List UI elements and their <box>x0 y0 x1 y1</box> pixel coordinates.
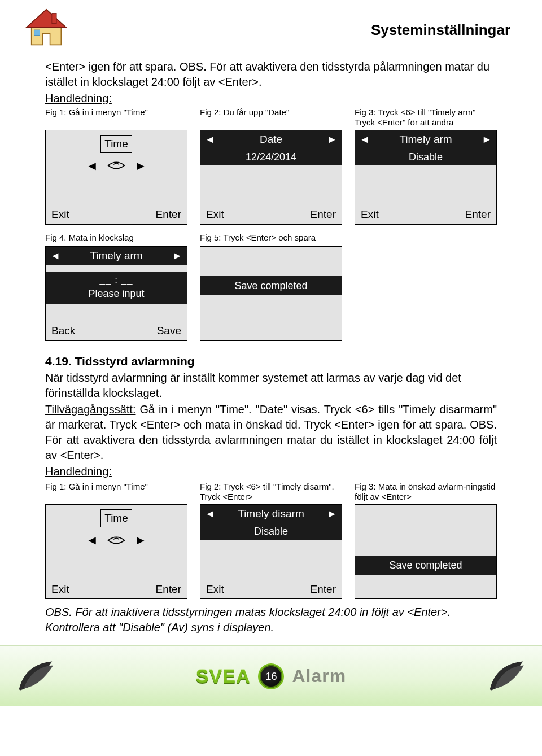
exit-button[interactable]: Exit <box>51 582 69 597</box>
enter-button[interactable]: Enter <box>465 207 491 222</box>
arrow-left-icon[interactable]: ◄ <box>205 507 215 521</box>
fig-caption: Fig 1: Gå in i menyn "Time" <box>45 482 187 502</box>
time-title-box: Time <box>100 135 132 153</box>
page-title: Systeminställningar <box>70 7 510 40</box>
arrow-right-icon[interactable]: ► <box>327 133 337 146</box>
arrow-right-icon[interactable]: ► <box>327 507 337 521</box>
arrow-right-icon[interactable]: ► <box>482 133 492 146</box>
lcd-screen-timely-disarm: ◄ Timely disarm ► Disable Exit Enter <box>200 504 342 599</box>
lcd-screen-date: ◄ Date ► 12/24/2014 Exit Enter <box>200 130 342 225</box>
lcd-screen-time: Time ◄ ► Exit Enter <box>45 504 187 599</box>
page-footer: SVEA 16 Alarm <box>0 645 542 706</box>
arrow-left-icon[interactable]: ◄ <box>360 133 370 146</box>
fig-caption: Fig 4. Mata in klockslag <box>45 233 187 244</box>
arrow-left-icon[interactable]: ◄ <box>205 133 215 146</box>
lcd-screen-time: Time ◄ ► Exit Enter <box>45 130 187 225</box>
intro-paragraph: <Enter> igen för att spara. OBS. För att… <box>45 59 497 90</box>
fig-caption: Fig 2: Tryck <6> till "Timely disarm". T… <box>200 482 342 502</box>
brand-alarm: Alarm <box>292 664 346 688</box>
section-body: När tidsstyrd avlarmning är inställt kom… <box>45 370 497 401</box>
please-input-label: Please input <box>88 288 144 299</box>
exit-button[interactable]: Exit <box>361 207 379 222</box>
enter-button[interactable]: Enter <box>311 582 336 597</box>
brand-svea: SVEA <box>196 663 251 689</box>
enter-button[interactable]: Enter <box>311 207 336 222</box>
back-button[interactable]: Back <box>51 324 75 338</box>
lcd-screen-input: ◄ Timely arm ► __ : __ Please input Back… <box>45 246 187 341</box>
nav-right-icon[interactable]: ► <box>134 532 147 549</box>
lcd-value: Disable <box>200 523 342 540</box>
eye-icon <box>107 160 125 171</box>
handledning-label: Handledning: <box>45 92 112 104</box>
page-header: Systeminställningar <box>0 0 542 51</box>
leaf-icon <box>15 658 56 694</box>
page-number-badge: 16 <box>258 663 284 689</box>
eye-icon <box>107 535 125 545</box>
tillvagagang-label: Tillvägagångssätt: <box>45 403 136 416</box>
svg-rect-3 <box>34 30 40 36</box>
fig-caption: Fig 3: Mata in önskad avlarm-ningstid fö… <box>355 482 497 502</box>
lcd-title: Timely arm <box>370 132 482 147</box>
save-completed-banner: Save completed <box>355 556 496 575</box>
save-button[interactable]: Save <box>157 324 181 338</box>
handledning-label: Handledning: <box>45 465 112 478</box>
obs-note: OBS. För att inaktivera tidsstyrningen m… <box>45 605 497 635</box>
nav-left-icon[interactable]: ◄ <box>86 158 98 174</box>
lcd-screen-saved: Save completed <box>200 246 342 341</box>
fig-caption: Fig 5: Tryck <Enter> och spara <box>200 233 342 244</box>
house-icon <box>23 7 70 49</box>
lcd-title: Date <box>215 132 327 147</box>
lcd-value: Disable <box>355 148 496 165</box>
svg-marker-1 <box>27 10 65 27</box>
nav-left-icon[interactable]: ◄ <box>86 532 98 549</box>
lcd-value: 12/24/2014 <box>200 148 342 165</box>
fig-caption: Fig 2: Du får upp "Date" <box>200 107 342 128</box>
fig-caption: Fig 3: Tryck <6> till "Timely arm" Tryck… <box>355 107 497 128</box>
fig-caption: Fig 1: Gå in i menyn "Time" <box>45 107 187 128</box>
leaf-icon <box>486 658 527 694</box>
exit-button[interactable]: Exit <box>206 582 224 597</box>
lcd-screen-saved: Save completed <box>355 504 497 599</box>
svg-rect-2 <box>52 14 56 24</box>
section-heading: 4.19. Tidsstyrd avlarmning <box>45 353 497 369</box>
exit-button[interactable]: Exit <box>206 207 224 222</box>
save-completed-banner: Save completed <box>200 276 342 295</box>
time-title-box: Time <box>100 509 132 527</box>
time-input-slots[interactable]: __ : __ <box>48 274 185 287</box>
arrow-left-icon[interactable]: ◄ <box>50 249 60 263</box>
enter-button[interactable]: Enter <box>156 582 181 597</box>
lcd-screen-timely-arm: ◄ Timely arm ► Disable Exit Enter <box>355 130 497 225</box>
lcd-input-prompt: __ : __ Please input <box>46 272 187 304</box>
lcd-title: Timely disarm <box>215 506 327 521</box>
arrow-right-icon[interactable]: ► <box>172 249 182 263</box>
lcd-title: Timely arm <box>60 248 172 263</box>
nav-right-icon[interactable]: ► <box>134 158 147 174</box>
enter-button[interactable]: Enter <box>156 207 181 222</box>
exit-button[interactable]: Exit <box>51 207 69 222</box>
